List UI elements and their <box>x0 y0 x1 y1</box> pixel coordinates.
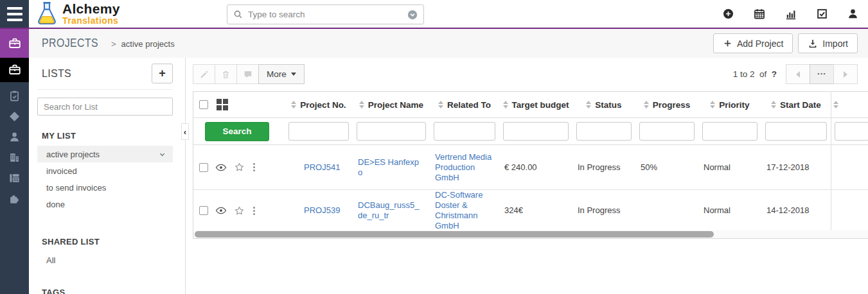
search-clear-icon[interactable] <box>407 9 418 21</box>
filter-status-input[interactable] <box>576 122 632 141</box>
import-button[interactable]: Import <box>798 33 858 53</box>
favorite-icon[interactable] <box>234 162 245 173</box>
filter-start-date-input[interactable] <box>765 122 827 141</box>
table-filter-row: Search <box>193 118 868 145</box>
chevron-down-icon <box>158 150 166 159</box>
add-list-button[interactable]: + <box>152 64 173 83</box>
table-header-row: Project No. Project Name Related To Targ… <box>193 92 868 118</box>
add-circle-icon[interactable] <box>722 8 734 20</box>
list-item-label: to send invoices <box>46 183 106 193</box>
cell-status: In Progress <box>572 205 635 216</box>
list-item-all[interactable]: All <box>37 252 173 268</box>
list-item-invoiced[interactable]: invoiced <box>37 162 173 179</box>
add-project-label: Add Project <box>737 39 783 49</box>
more-label: More <box>267 69 287 79</box>
table-row[interactable]: PROJ541 DE>ES Hanfexpo Vertrend Media Pr… <box>193 145 868 190</box>
column-header[interactable]: Related To <box>447 100 491 110</box>
import-label: Import <box>822 39 848 49</box>
list-search-input[interactable] <box>37 98 173 116</box>
global-search <box>227 4 424 24</box>
tasks-icon[interactable] <box>816 8 828 20</box>
column-header[interactable]: Project No. <box>300 100 346 110</box>
column-header[interactable]: Progress <box>653 100 691 110</box>
logo-text: Alchemy Translations <box>62 2 120 25</box>
next-page-button[interactable] <box>833 64 858 84</box>
companies-icon[interactable] <box>0 147 29 168</box>
pagination-of: of <box>759 69 766 79</box>
filter-related-to-input[interactable] <box>434 122 495 141</box>
fax-icon[interactable] <box>0 168 29 188</box>
calendar-icon[interactable] <box>753 8 766 21</box>
table-search-button[interactable]: Search <box>205 122 269 141</box>
filter-next-input[interactable] <box>835 122 868 141</box>
column-header[interactable]: Target budget <box>512 100 569 110</box>
list-item-to-send-invoices[interactable]: to send invoices <box>37 179 173 196</box>
user-icon[interactable] <box>847 8 859 20</box>
select-all-checkbox[interactable] <box>199 100 208 109</box>
prev-page-button[interactable] <box>786 64 810 84</box>
sort-icon[interactable] <box>438 101 443 108</box>
chart-icon[interactable] <box>784 8 797 21</box>
filter-target-budget-input[interactable] <box>503 122 569 141</box>
row-checkbox[interactable] <box>199 163 208 172</box>
view-icon[interactable] <box>215 206 227 215</box>
sort-icon[interactable] <box>833 101 838 108</box>
more-button[interactable]: More <box>258 64 305 84</box>
addons-icon[interactable] <box>0 188 29 209</box>
cell-project-no[interactable]: PROJ541 <box>285 162 353 173</box>
cell-progress: 50% <box>635 162 698 173</box>
rail-projects-briefcase-icon[interactable] <box>0 29 29 58</box>
quotes-icon[interactable] <box>0 106 29 126</box>
cell-target-budget: € 240.00 <box>499 162 572 173</box>
column-header[interactable]: Start Date <box>780 100 821 110</box>
hamburger-icon[interactable] <box>0 0 29 28</box>
pagination-buttons: ... <box>786 64 858 84</box>
delete-button[interactable] <box>215 64 237 84</box>
cell-project-no[interactable]: PROJ539 <box>285 205 353 216</box>
grid-icon[interactable] <box>217 99 228 110</box>
column-header[interactable]: Project Name <box>368 100 423 110</box>
add-project-button[interactable]: Add Project <box>713 33 793 53</box>
favorite-icon[interactable] <box>234 205 245 216</box>
rail-active-briefcase-icon[interactable] <box>0 58 29 82</box>
filter-priority-input[interactable] <box>702 122 757 141</box>
import-icon <box>808 39 818 49</box>
cell-related-to[interactable]: Vertrend Media Production GmbH <box>430 152 499 183</box>
filter-project-name-input[interactable] <box>357 122 426 141</box>
table-row[interactable]: PROJ539 DCBaug_russ5_de_ru_tr DC-Softwar… <box>193 190 868 230</box>
row-checkbox[interactable] <box>199 206 208 215</box>
list-item-label: invoiced <box>46 166 77 176</box>
cell-priority: Normal <box>698 205 761 216</box>
edit-button[interactable] <box>193 64 215 84</box>
list-item-active-projects[interactable]: active projects <box>37 146 173 162</box>
cell-start-date: 17-12-2018 <box>761 162 831 173</box>
cell-related-to[interactable]: DC-Software Doster & Christmann GmbH <box>430 190 499 230</box>
list-item-done[interactable]: done <box>37 196 173 212</box>
sort-icon[interactable] <box>503 101 508 108</box>
breadcrumb-section[interactable]: PROJECTS <box>42 37 98 50</box>
column-header[interactable]: Status <box>595 100 621 110</box>
cell-project-name[interactable]: DCBaug_russ5_de_ru_tr <box>353 200 430 221</box>
contacts-icon[interactable] <box>0 126 29 147</box>
scrollbar-thumb[interactable] <box>195 231 714 238</box>
collapse-icon[interactable]: ‹ <box>181 123 189 140</box>
row-menu-icon[interactable] <box>252 205 256 216</box>
filter-project-no-input[interactable] <box>288 122 349 141</box>
pages-button[interactable]: ... <box>810 64 834 84</box>
sort-icon[interactable] <box>710 101 715 108</box>
sort-icon[interactable] <box>359 101 364 108</box>
view-icon[interactable] <box>215 163 227 172</box>
list-item-label: All <box>46 255 55 265</box>
sort-icon[interactable] <box>291 101 296 108</box>
sort-icon[interactable] <box>586 101 591 108</box>
orders-icon[interactable] <box>0 85 29 106</box>
sort-icon[interactable] <box>771 101 776 108</box>
sort-icon[interactable] <box>644 101 649 108</box>
comment-button[interactable] <box>236 64 259 84</box>
column-header[interactable]: Priority <box>719 100 749 110</box>
prev-page-icon <box>796 71 800 78</box>
row-menu-icon[interactable] <box>252 162 256 173</box>
cell-project-name[interactable]: DE>ES Hanfexpo <box>353 157 430 178</box>
filter-progress-input[interactable] <box>639 122 695 141</box>
global-search-input[interactable] <box>248 10 402 19</box>
